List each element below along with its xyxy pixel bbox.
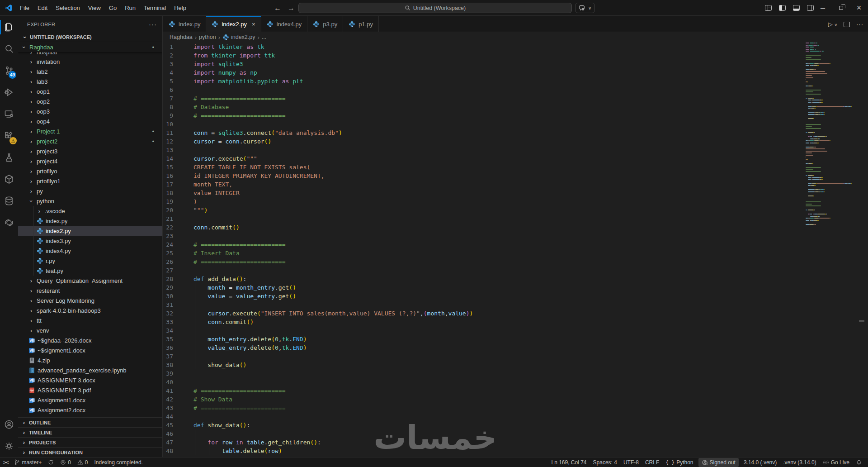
tree-folder-Server Log Monitoring[interactable]: ›Server Log Monitoring — [18, 295, 162, 305]
tree-folder-oop1[interactable]: ›oop1 — [18, 86, 162, 96]
tree-file-ASSIGNMENT 3.docx[interactable]: WASSIGNMENT 3.docx — [18, 375, 162, 385]
close-tab-icon[interactable]: × — [252, 21, 255, 28]
tree-file-ASSIGNMENT 3.pdf[interactable]: PDFASSIGNMENT 3.pdf — [18, 385, 162, 395]
tree-file-index3.py[interactable]: index3.py — [18, 236, 162, 246]
tree-folder-project3[interactable]: ›project3 — [18, 146, 162, 156]
tree-file-Assignment2.docx[interactable]: WAssignment2.docx — [18, 405, 162, 415]
activity-account-button[interactable] — [0, 414, 18, 435]
menu-file[interactable]: File — [16, 3, 33, 13]
menu-run[interactable]: Run — [121, 3, 139, 13]
activity-sql-button[interactable] — [0, 190, 18, 212]
activity-run-debug-button[interactable] — [0, 81, 18, 103]
status-cursor-position[interactable]: Ln 169, Col 74 — [548, 457, 590, 467]
tree-folder-oop3[interactable]: ›oop3 — [18, 106, 162, 116]
tab-index.py[interactable]: index.py — [163, 16, 206, 32]
tab-index2.py[interactable]: index2.py× — [206, 16, 261, 32]
tree-folder-lab3[interactable]: ›lab3 — [18, 76, 162, 86]
split-editor-button[interactable] — [844, 22, 850, 27]
tab-index4.py[interactable]: index4.py — [261, 16, 308, 32]
breadcrumb-python[interactable]: python — [199, 34, 216, 40]
status-status-message[interactable]: Indexing completed. — [91, 457, 146, 467]
menu-terminal[interactable]: Terminal — [140, 3, 170, 13]
restore-button[interactable] — [832, 0, 850, 16]
status-git-branch[interactable]: master+ — [11, 457, 45, 467]
section-projects[interactable]: ›PROJECTS — [18, 437, 162, 447]
status-remote-window[interactable]: >< — [0, 457, 11, 467]
tree-file-~$signment1.docx[interactable]: W~$signment1.docx — [18, 345, 162, 355]
status-eol[interactable]: CRLF — [642, 457, 662, 467]
editor-more-actions-button[interactable]: ··· — [856, 21, 863, 28]
tree-file-teat.py[interactable]: teat.py — [18, 266, 162, 276]
menu-selection[interactable]: Selection — [52, 3, 83, 13]
tree-folder-hospital[interactable]: ›hospital — [18, 52, 162, 57]
menu-go[interactable]: Go — [105, 3, 120, 13]
minimize-button[interactable]: ─ — [814, 0, 832, 16]
activity-explorer-button[interactable] — [0, 16, 18, 38]
status-signed-out[interactable]: Signed out — [698, 458, 739, 467]
tree-folder-Raghdaa[interactable]: ›Raghdaa• — [18, 42, 162, 52]
activity-extensions-button[interactable]: ⚠ — [0, 125, 18, 147]
status-virtual-env[interactable]: .venv (3.14.0) — [780, 457, 819, 467]
menu-view[interactable]: View — [85, 3, 104, 13]
tree-folder-project4[interactable]: ›project4 — [18, 156, 162, 166]
section-outline[interactable]: ›OUTLINE — [18, 417, 162, 427]
activity-testing-button[interactable] — [0, 147, 18, 168]
tree-folder-prtofilyo[interactable]: ›prtofilyo — [18, 166, 162, 176]
status-indentation[interactable]: Spaces: 4 — [590, 457, 620, 467]
tree-folder-resterant[interactable]: ›resterant — [18, 286, 162, 295]
activity-docker-button[interactable] — [0, 168, 18, 190]
menu-help[interactable]: Help — [170, 3, 190, 13]
toggle-primary-sidebar-button[interactable] — [779, 5, 786, 11]
menu-edit[interactable]: Edit — [34, 3, 51, 13]
breadcrumb----[interactable]: ... — [262, 34, 266, 40]
tree-file-4.zip[interactable]: 4.zip — [18, 355, 162, 365]
status-warnings[interactable]: 0 — [74, 457, 91, 467]
toggle-secondary-sidebar-button[interactable] — [807, 5, 814, 11]
status-errors[interactable]: 0 — [57, 457, 74, 467]
tree-folder-lab2[interactable]: ›lab2 — [18, 67, 162, 76]
tree-file-index4.py[interactable]: index4.py — [18, 246, 162, 256]
command-center-search[interactable]: Untitled (Workspace) — [298, 3, 572, 13]
tree-folder-project2[interactable]: ›project2• — [18, 136, 162, 146]
status-go-live[interactable]: Go Live — [820, 457, 853, 467]
workspace-section-header[interactable]: › UNTITLED (WORKSPACE) — [18, 32, 162, 42]
nav-forward-button[interactable]: → — [288, 4, 295, 12]
tree-file-index2.py[interactable]: index2.py — [18, 226, 162, 236]
tree-file-advanced_pandas_exercise.ipynb[interactable]: advanced_pandas_exercise.ipynb — [18, 365, 162, 375]
activity-source-control-button[interactable]: 49 — [0, 60, 18, 81]
activity-settings-button[interactable] — [0, 435, 18, 457]
tab-p1.py[interactable]: p1.py — [343, 16, 379, 32]
tree-file-~$ghdaa--2026.docx[interactable]: W~$ghdaa--2026.docx — [18, 335, 162, 345]
tree-folder-Project 1[interactable]: ›Project 1• — [18, 126, 162, 136]
tree-file-index.py[interactable]: index.py — [18, 216, 162, 226]
run-python-button[interactable]: ▷ ∨ — [828, 21, 837, 28]
tree-folder-py[interactable]: ›py — [18, 186, 162, 196]
activity-remote-explorer-button[interactable] — [0, 103, 18, 125]
toggle-panel-button[interactable] — [793, 5, 800, 11]
section-timeline[interactable]: ›TIMELINE — [18, 427, 162, 437]
close-button[interactable]: × — [850, 0, 868, 16]
tree-file-Assignment1.docx[interactable]: WAssignment1.docx — [18, 395, 162, 405]
explorer-more-actions-button[interactable]: ··· — [149, 20, 157, 28]
status-sync[interactable] — [45, 457, 57, 467]
tree-file-r.py[interactable]: r.py — [18, 256, 162, 266]
activity-jupyter-button[interactable] — [0, 212, 18, 234]
status-encoding[interactable]: UTF-8 — [620, 457, 642, 467]
nav-back-button[interactable]: ← — [274, 4, 281, 12]
tree-folder-spark-4.0.2-bin-hadoop3[interactable]: ›spark-4.0.2-bin-hadoop3 — [18, 305, 162, 315]
tree-folder-invitation[interactable]: ›invitation — [18, 57, 162, 67]
tree-folder-prtofilyo1[interactable]: ›prtofilyo1 — [18, 176, 162, 186]
minimap[interactable] — [806, 43, 853, 287]
tree-folder-python[interactable]: ›python — [18, 196, 162, 206]
section-run-configuration[interactable]: ›RUN CONFIGURATION — [18, 447, 162, 457]
tree-folder-.vscode[interactable]: ›.vscode — [18, 206, 162, 216]
status-language-mode[interactable]: { }Python — [662, 457, 696, 467]
copilot-menu[interactable]: ∨ — [575, 3, 595, 13]
breadcrumb-Raghdaa[interactable]: Raghdaa — [170, 34, 193, 40]
activity-search-button[interactable] — [0, 38, 18, 60]
tree-folder-Query_Optimization_Assignment[interactable]: ›Query_Optimization_Assignment — [18, 276, 162, 286]
customize-layout-button[interactable] — [765, 5, 772, 11]
tab-p3.py[interactable]: p3.py — [307, 16, 343, 32]
breadcrumb-index2-py[interactable]: index2.py — [222, 34, 255, 41]
status-python-interpreter[interactable]: 3.14.0 (.venv) — [741, 457, 780, 467]
